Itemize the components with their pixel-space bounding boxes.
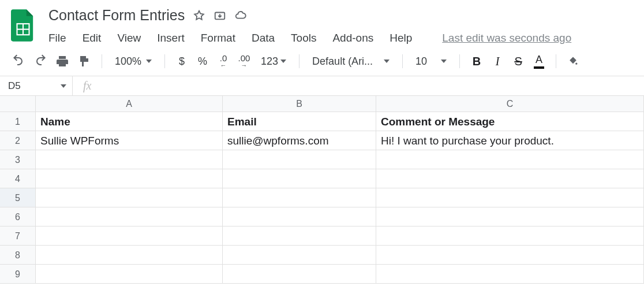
menu-edit[interactable]: Edit — [83, 29, 110, 47]
zoom-dropdown[interactable]: 100% — [110, 55, 156, 68]
undo-icon[interactable] — [9, 53, 28, 70]
last-edit-link[interactable]: Last edit was seconds ago — [442, 32, 571, 44]
menu-addons[interactable]: Add-ons — [332, 29, 381, 47]
caret-icon — [146, 60, 152, 63]
move-icon[interactable] — [214, 9, 226, 22]
cell[interactable] — [36, 265, 223, 284]
cell[interactable] — [376, 246, 644, 265]
bold-button[interactable]: B — [468, 53, 485, 70]
zoom-value: 100% — [115, 55, 141, 68]
cell[interactable] — [376, 265, 644, 284]
menubar: File Edit View Insert Format Data Tools … — [48, 29, 635, 47]
caret-icon — [280, 60, 286, 63]
paint-format-icon[interactable] — [75, 53, 93, 70]
formula-bar: D5 fx — [0, 76, 644, 96]
row-header[interactable]: 5 — [0, 188, 36, 207]
menu-help[interactable]: Help — [390, 29, 420, 47]
caret-icon — [384, 60, 390, 63]
document-title[interactable]: Contact Form Entries — [48, 7, 185, 24]
row-header[interactable]: 1 — [0, 112, 36, 131]
menu-format[interactable]: Format — [201, 29, 244, 47]
print-icon[interactable] — [53, 53, 72, 70]
cell[interactable] — [223, 265, 376, 284]
increase-decimal[interactable]: .00→ — [235, 53, 253, 70]
star-icon[interactable] — [193, 9, 205, 22]
cell[interactable]: Comment or Message — [376, 112, 644, 131]
cell[interactable] — [223, 246, 376, 265]
cell[interactable] — [376, 188, 644, 207]
caret-icon — [441, 60, 447, 63]
font-size-dropdown[interactable]: 10 — [411, 55, 451, 68]
decrease-decimal[interactable]: .0← — [215, 53, 232, 70]
separator — [102, 54, 102, 68]
name-box[interactable]: D5 — [0, 76, 73, 95]
caret-icon — [61, 84, 66, 88]
cell[interactable] — [376, 150, 644, 169]
row-header[interactable]: 2 — [0, 131, 36, 150]
separator — [402, 54, 403, 68]
cell[interactable] — [36, 227, 223, 246]
cell[interactable] — [223, 207, 376, 227]
col-header-B[interactable]: B — [223, 96, 376, 112]
toolbar: 100% $ % .0← .00→ 123 Default (Ari... 10… — [0, 47, 644, 76]
fx-icon: fx — [73, 79, 99, 92]
row-header[interactable]: 6 — [0, 207, 36, 227]
redo-icon[interactable] — [31, 53, 50, 70]
row-header[interactable]: 8 — [0, 246, 36, 265]
menu-file[interactable]: File — [48, 29, 74, 47]
separator — [299, 54, 299, 68]
strikethrough-button[interactable]: S — [510, 53, 527, 70]
cell[interactable] — [223, 169, 376, 188]
cell[interactable] — [36, 169, 223, 188]
cell[interactable]: Sullie WPForms — [36, 131, 223, 150]
text-color-button[interactable]: A — [530, 53, 548, 70]
cell[interactable] — [36, 207, 223, 227]
col-header-C[interactable]: C — [376, 96, 644, 112]
separator — [459, 54, 460, 68]
format-currency[interactable]: $ — [173, 53, 190, 70]
cell[interactable] — [376, 207, 644, 227]
separator — [556, 54, 556, 68]
italic-button[interactable]: I — [489, 53, 506, 70]
cell[interactable] — [376, 227, 644, 246]
cell[interactable] — [223, 150, 376, 169]
select-all-corner[interactable] — [0, 96, 36, 112]
row-header[interactable]: 4 — [0, 169, 36, 188]
formula-input[interactable] — [99, 76, 644, 95]
sheets-logo-icon[interactable] — [9, 8, 37, 43]
cell[interactable] — [36, 150, 223, 169]
menu-insert[interactable]: Insert — [157, 29, 193, 47]
menu-view[interactable]: View — [117, 29, 149, 47]
menu-data[interactable]: Data — [252, 29, 283, 47]
cell[interactable] — [36, 188, 223, 207]
cell[interactable]: Hi! I want to purchase your product. — [376, 131, 644, 150]
cell[interactable]: Email — [223, 112, 376, 131]
font-dropdown[interactable]: Default (Ari... — [308, 55, 394, 68]
cell[interactable] — [376, 169, 644, 188]
separator — [164, 54, 165, 68]
number-format-dropdown[interactable]: 123 — [256, 55, 291, 68]
row-header[interactable]: 7 — [0, 227, 36, 246]
col-header-A[interactable]: A — [36, 96, 223, 112]
menu-tools[interactable]: Tools — [291, 29, 324, 47]
cloud-status-icon[interactable] — [234, 9, 247, 22]
cell[interactable] — [223, 227, 376, 246]
cell[interactable] — [223, 188, 376, 207]
cell[interactable]: sullie@wpforms.com — [223, 131, 376, 150]
spreadsheet-grid: A B C 1 Name Email Comment or Message 2 … — [0, 96, 644, 284]
format-percent[interactable]: % — [194, 53, 211, 70]
row-header[interactable]: 9 — [0, 265, 36, 284]
row-header[interactable]: 3 — [0, 150, 36, 169]
active-cell-ref: D5 — [8, 80, 21, 92]
cell[interactable]: Name — [36, 112, 223, 131]
fill-color-button[interactable] — [564, 53, 582, 70]
cell[interactable] — [36, 246, 223, 265]
